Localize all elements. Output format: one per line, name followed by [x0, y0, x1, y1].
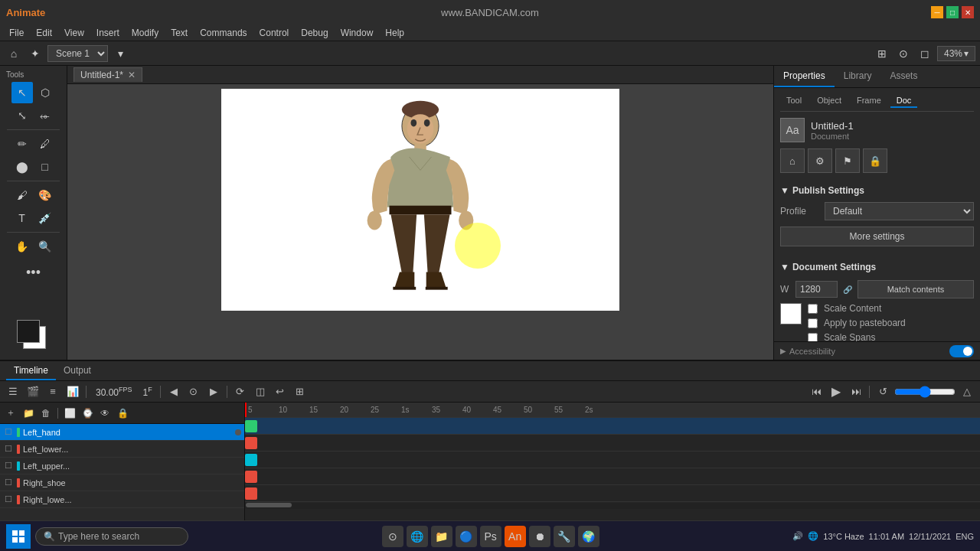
menu-control[interactable]: Control — [253, 26, 296, 40]
flag-prop-icon[interactable]: ⚑ — [835, 148, 860, 173]
tl-step-back[interactable]: ◀ — [165, 383, 182, 400]
publish-settings-toggle[interactable]: ▼ — [780, 185, 789, 196]
paint-brush-2[interactable]: 🎨 — [34, 184, 56, 206]
zoom-tool[interactable]: 🔍 — [34, 236, 56, 257]
delete-layer-button[interactable]: 🗑 — [38, 406, 54, 421]
menu-help[interactable]: Help — [379, 26, 410, 40]
menu-view[interactable]: View — [58, 26, 90, 40]
tl-loop-control[interactable]: ↺ — [874, 383, 891, 400]
document-settings-header[interactable]: ▼ Document Settings — [780, 259, 974, 276]
background-color-picker[interactable] — [780, 303, 802, 324]
rectangle-tool[interactable]: □ — [34, 156, 56, 178]
apply-pasteboard-checkbox[interactable] — [808, 318, 818, 328]
taskbar-chrome-3[interactable]: 🌍 — [578, 526, 599, 547]
tl-volume-slider[interactable] — [894, 386, 956, 398]
taskbar-chrome-2[interactable]: 🔵 — [456, 526, 477, 547]
scale-spans-checkbox[interactable] — [808, 333, 818, 342]
add-folder-button[interactable]: 📁 — [21, 406, 36, 421]
magnet-button[interactable]: ⊙ — [894, 44, 913, 63]
frame-row-4[interactable] — [245, 485, 980, 502]
brush-tool[interactable]: 🖌 — [11, 184, 33, 206]
layer-type-button[interactable]: ⬜ — [62, 406, 77, 421]
menu-modify[interactable]: Modify — [126, 26, 165, 40]
paint-bucket-tool[interactable]: ⬤ — [11, 156, 33, 178]
home-prop-icon[interactable]: ⌂ — [780, 148, 805, 173]
foreground-color-swatch[interactable] — [17, 320, 40, 343]
tl-play-back[interactable]: ⏮ — [808, 383, 825, 400]
apply-pasteboard-label[interactable]: Apply to pasteboard — [824, 318, 906, 328]
tl-step-forward[interactable]: ▶ — [205, 383, 222, 400]
home-button[interactable]: ⌂ — [5, 44, 23, 63]
layer-left-hand[interactable]: ☐ Left_hand — [0, 424, 244, 441]
close-button[interactable]: ✕ — [962, 6, 974, 18]
zoom-dropdown-icon[interactable]: ▾ — [964, 48, 969, 59]
lasso-tool[interactable]: ⬰ — [34, 105, 56, 126]
zoom-control[interactable]: 43% ▾ — [937, 46, 975, 61]
publish-more-settings[interactable]: More settings — [780, 227, 974, 246]
taskbar-chrome-1[interactable]: 🌐 — [407, 526, 428, 547]
width-input[interactable] — [795, 281, 838, 298]
menu-file[interactable]: File — [3, 26, 30, 40]
settings-prop-icon[interactable]: ⚙ — [808, 148, 832, 173]
maximize-button[interactable]: □ — [946, 6, 959, 18]
start-button[interactable] — [6, 524, 31, 549]
subtab-doc[interactable]: Doc — [890, 94, 918, 108]
accessibility-expand[interactable]: ▶ — [780, 347, 786, 355]
doc-tab[interactable]: Untitled-1* ✕ — [74, 67, 142, 82]
tl-settings[interactable]: ⊞ — [292, 383, 309, 400]
scale-content-checkbox[interactable] — [808, 304, 818, 314]
layer-visibility-button[interactable]: 👁 — [97, 406, 113, 421]
match-contents-button[interactable]: Match contents — [858, 280, 974, 298]
more-tools-button[interactable]: ••• — [23, 262, 44, 283]
tl-onion-skin[interactable]: ◫ — [252, 383, 269, 400]
layer-left-lower[interactable]: ☐ Left_lower... — [0, 441, 244, 458]
lock-prop-icon[interactable]: 🔒 — [863, 148, 887, 173]
stage[interactable] — [221, 89, 619, 311]
tl-play-forward[interactable]: ⏭ — [848, 383, 864, 400]
pen-tool[interactable]: 🖊 — [34, 133, 56, 155]
canvas-area[interactable]: Untitled-1* ✕ — [67, 66, 773, 360]
scale-content-label[interactable]: Scale Content — [824, 303, 881, 314]
link-dimensions-icon[interactable]: 🔗 — [842, 284, 853, 295]
subtab-tool[interactable]: Tool — [780, 94, 808, 108]
timeline-scroll-thumb[interactable] — [246, 503, 292, 507]
layer-right-lower[interactable]: ☐ Right_lowe... — [0, 491, 244, 508]
minimize-button[interactable]: ─ — [931, 6, 943, 18]
taskbar-photoshop[interactable]: Ps — [480, 526, 501, 547]
frame-row-1[interactable] — [245, 435, 980, 452]
accessibility-toggle[interactable] — [949, 345, 974, 357]
doc-tab-close[interactable]: ✕ — [128, 70, 136, 80]
playhead[interactable] — [245, 403, 247, 417]
timeline-scrollbar[interactable] — [245, 503, 980, 509]
taskbar-record[interactable]: ⏺ — [529, 526, 550, 547]
tl-replay[interactable]: ↩ — [272, 383, 289, 400]
timeline-frames[interactable]: 5 10 15 20 25 1s 35 40 45 50 55 2s — [245, 403, 980, 520]
taskbar-search-box[interactable]: 🔍 Type here to search — [35, 527, 188, 546]
scale-spans-label[interactable]: Scale Spans — [824, 332, 875, 341]
profile-select[interactable]: Default — [825, 202, 974, 220]
menu-edit[interactable]: Edit — [30, 26, 58, 40]
add-layer-button[interactable]: ＋ — [3, 406, 18, 421]
tl-capture[interactable]: ⊙ — [185, 383, 202, 400]
grid-snap-button[interactable]: ⊞ — [873, 44, 891, 63]
layer-right-shoe[interactable]: ☐ Right_shoe — [0, 474, 244, 491]
layer-motion-button[interactable]: ⌚ — [80, 406, 95, 421]
subtab-frame[interactable]: Frame — [851, 94, 887, 108]
taskbar-folder[interactable]: 📁 — [431, 526, 452, 547]
hand-tool[interactable]: ✋ — [11, 236, 33, 257]
tl-play[interactable]: ▶ — [828, 383, 844, 400]
menu-window[interactable]: Window — [335, 26, 380, 40]
tl-graph-icon[interactable]: 📊 — [64, 383, 81, 400]
frame-row-2[interactable] — [245, 452, 980, 468]
tab-timeline[interactable]: Timeline — [6, 362, 56, 380]
tab-assets[interactable]: Assets — [880, 66, 926, 87]
tl-expand[interactable]: △ — [959, 383, 975, 400]
taskbar-cortana[interactable]: ⊙ — [382, 526, 403, 547]
menu-debug[interactable]: Debug — [295, 26, 334, 40]
tl-sort-icon[interactable]: ≡ — [44, 383, 61, 400]
frame-row-3[interactable] — [245, 468, 980, 485]
subtab-object[interactable]: Object — [811, 94, 848, 108]
document-settings-toggle[interactable]: ▼ — [780, 262, 789, 272]
scene-selector[interactable]: Scene 1 — [47, 45, 108, 62]
menu-text[interactable]: Text — [165, 26, 194, 40]
